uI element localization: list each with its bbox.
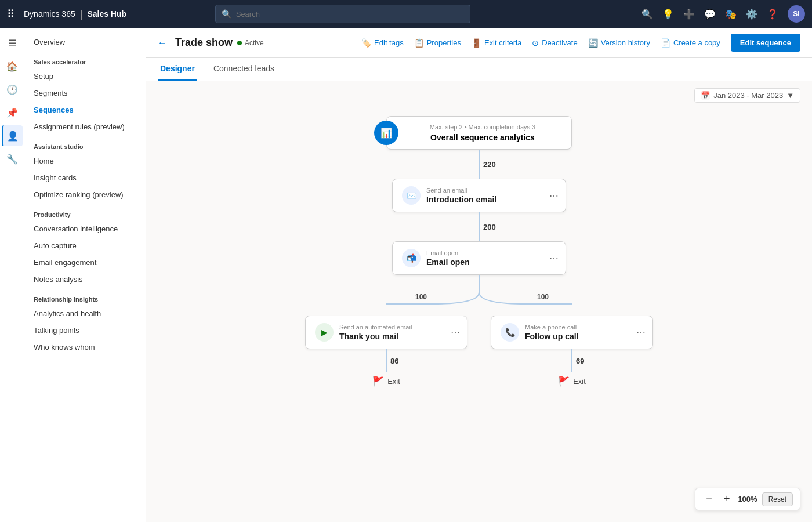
deactivate-action[interactable]: ⊙ Deactivate [532,38,577,48]
settings-icon[interactable]: ⚙️ [746,9,757,20]
sidebar-section-sales-accelerator: Sales accelerator [24,50,146,68]
email-open-name: Email open [426,258,470,267]
sidebar-item-email-engagement[interactable]: Email engagement [24,254,146,271]
search-action-icon[interactable]: 🔍 [641,9,653,20]
sequence-canvas: 📊 Max. step 2 • Max. completion days 3 O… [146,81,812,487]
phone-icon: 📞 [501,323,519,342]
email-icon: ✉️ [402,186,420,205]
right-node-name: Follow up call [525,332,579,341]
version-history-action[interactable]: 🔄 Version history [588,38,650,48]
automated-email-icon: ▶ [315,323,334,342]
sidebar-item-overview[interactable]: Overview [24,34,146,50]
top-navigation: ⠿ Dynamics 365 | Sales Hub 🔍 🔍 💡 ➕ 💬 🎭 ⚙… [0,0,812,28]
tab-connected-leads[interactable]: Connected leads [211,64,277,81]
analytics-node[interactable]: Max. step 2 • Max. completion days 3 Ove… [386,116,572,150]
rail-home[interactable]: ☰ [2,32,23,53]
brand-area: Dynamics 365 | Sales Hub [24,8,126,20]
email-open-node-inner: 📬 Email open Email open [402,249,556,267]
canvas-area[interactable]: 📅 Jan 2023 - Mar 2023 ▼ 📊 Max. step 2 • … [146,81,812,522]
email-open-node[interactable]: 📬 Email open Email open ⋯ [392,241,566,275]
left-node[interactable]: ▶ Send an automated email Thank you mail… [305,316,467,349]
left-exit-value: 86 [390,357,398,365]
main-content: ← Trade show Active 🏷️ Edit tags 📋 Prope… [146,28,812,522]
avatar[interactable]: SI [788,5,805,23]
rail-dashboard[interactable]: 🏠 [2,56,23,77]
search-input[interactable] [236,10,464,19]
right-exit-connector: 69 [571,349,572,372]
header-actions: 🏷️ Edit tags 📋 Properties 🚪 Exit criteri… [361,34,800,52]
intro-email-node-wrapper: ✉️ Send an email Introduction email ⋯ [392,179,566,212]
rail-clock[interactable]: 🕐 [2,79,23,100]
analytics-node-icon: 📊 [374,121,398,145]
sidebar-item-assignment-rules[interactable]: Assignment rules (preview) [24,118,146,135]
sidebar-item-auto-capture[interactable]: Auto capture [24,237,146,254]
exit-criteria-action[interactable]: 🚪 Exit criteria [472,38,521,48]
sidebar-item-home[interactable]: Home [24,153,146,169]
page-title-area: Trade show Active [175,37,264,49]
right-node-type: Make a phone call [525,324,579,331]
search-icon: 🔍 [222,9,231,19]
exit-criteria-icon: 🚪 [472,38,481,48]
sidebar-item-insight-cards[interactable]: Insight cards [24,169,146,186]
sidebar-item-talking-points[interactable]: Talking points [24,322,146,339]
brand-divider: | [80,8,83,20]
intro-email-node[interactable]: ✉️ Send an email Introduction email ⋯ [392,179,566,212]
analytics-node-name: Overall sequence analytics [405,133,560,142]
email-open-type: Email open [426,249,470,256]
right-node-text: Make a phone call Follow up call [525,324,579,341]
branch-left: ▶ Send an automated email Thank you mail… [305,316,467,387]
tab-designer[interactable]: Designer [158,64,197,81]
plus-icon[interactable]: ➕ [683,9,695,20]
sidebar-item-segments[interactable]: Segments [24,85,146,102]
edit-tags-action[interactable]: 🏷️ Edit tags [361,38,404,48]
zoom-out-button[interactable]: − [702,492,716,506]
rail-accelerator[interactable]: 👤 [2,125,23,146]
back-button[interactable]: ← [158,38,167,48]
sidebar-item-analytics-health[interactable]: Analytics and health [24,305,146,322]
edit-tags-label: Edit tags [374,38,404,47]
chat-icon[interactable]: 💬 [704,9,716,20]
branch-arc: 100 100 [317,275,641,321]
left-exit-node: 🚩 Exit [372,376,400,387]
rail-pin[interactable]: 📌 [2,102,23,123]
edit-sequence-button[interactable]: Edit sequence [731,34,800,52]
sidebar-item-optimize-ranking[interactable]: Optimize ranking (preview) [24,186,146,203]
email-open-more-button[interactable]: ⋯ [549,253,559,264]
zoom-in-button[interactable]: + [720,492,734,506]
properties-label: Properties [427,38,461,47]
right-exit-node: 🚩 Exit [558,376,586,387]
lightbulb-icon[interactable]: 💡 [662,9,674,20]
right-exit-flag: 🚩 [558,376,570,387]
branch-right: 📞 Make a phone call Follow up call ⋯ [491,316,653,387]
deactivate-label: Deactivate [542,38,577,47]
intro-email-more-button[interactable]: ⋯ [549,190,559,201]
version-history-label: Version history [601,38,650,47]
help-icon[interactable]: 🎭 [725,9,737,20]
create-copy-action[interactable]: 📄 Create a copy [661,38,720,48]
intro-email-type: Send an email [426,187,496,194]
waffle-icon[interactable]: ⠿ [7,8,14,20]
sidebar-item-setup[interactable]: Setup [24,68,146,85]
zoom-reset-button[interactable]: Reset [762,492,793,506]
right-node[interactable]: 📞 Make a phone call Follow up call ⋯ [491,316,653,349]
email-open-node-text: Email open Email open [426,249,470,267]
zoom-controls: − + 100% Reset [695,488,800,510]
sidebar-item-conversation-intelligence[interactable]: Conversation intelligence [24,220,146,237]
sidebar-item-who-knows-whom[interactable]: Who knows whom [24,339,146,356]
status-dot [237,41,242,45]
zoom-level-display: 100% [738,495,757,503]
sidebar-item-sequences[interactable]: Sequences [24,102,146,118]
properties-action[interactable]: 📋 Properties [414,38,461,48]
left-node-name: Thank you mail [339,332,412,341]
search-bar[interactable]: 🔍 [215,5,470,23]
question-icon[interactable]: ❓ [767,9,778,20]
right-node-wrapper: 📞 Make a phone call Follow up call ⋯ [491,316,653,349]
sidebar-item-notes-analysis[interactable]: Notes analysis [24,271,146,288]
rail-settings[interactable]: 🔧 [2,148,23,169]
email-open-icon: 📬 [402,249,420,267]
body-layout: ☰ 🏠 🕐 📌 👤 🔧 Overview Sales accelerator S… [0,28,812,522]
exit-criteria-label: Exit criteria [484,38,521,47]
left-node-more-button[interactable]: ⋯ [451,327,460,338]
right-node-more-button[interactable]: ⋯ [636,327,646,338]
branch-arc-svg: 100 100 [317,275,641,321]
